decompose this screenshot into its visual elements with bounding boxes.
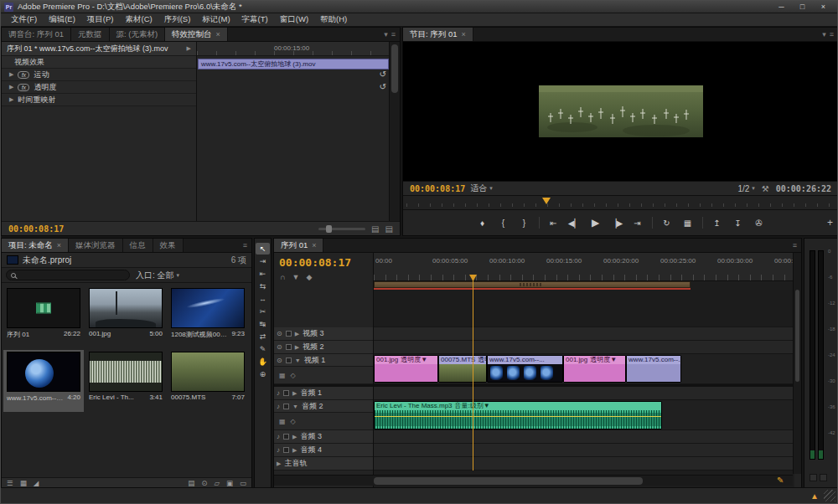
set-display-style-icon[interactable]: ▦ — [279, 372, 286, 379]
film-icon[interactable]: ▤ — [371, 224, 379, 234]
set-marker-icon[interactable]: ◆ — [306, 273, 312, 281]
track-header-audio2[interactable]: ♪ ▼ 音频 2 — [274, 400, 373, 413]
zoom-slider[interactable] — [318, 228, 365, 230]
project-item-sequence[interactable]: 序列 0126:22 — [3, 286, 84, 348]
tool-slide[interactable]: ⇄ — [256, 331, 270, 342]
reset-motion-icon[interactable]: ↺ — [380, 70, 386, 79]
menu-sequence[interactable]: 序列(S) — [158, 14, 197, 25]
speaker-icon[interactable]: ♪ — [277, 389, 280, 397]
maximize-button[interactable]: □ — [792, 2, 813, 13]
collapse-icon[interactable]: ▶ — [295, 331, 299, 337]
panel-menu[interactable]: ≡ — [789, 239, 801, 252]
mark-out-button[interactable]: } — [518, 216, 531, 229]
icon-view-button[interactable]: ▦ — [20, 479, 27, 487]
eye-icon[interactable]: ⊙ — [277, 330, 282, 337]
program-playhead[interactable] — [542, 198, 551, 208]
tab-close-icon[interactable]: × — [312, 241, 316, 249]
mark-in-button[interactable]: { — [497, 216, 510, 229]
automate-to-sequence-button[interactable]: ▤ — [188, 479, 194, 487]
show-keyframes-icon[interactable]: ◇ — [291, 418, 296, 425]
lift-button[interactable]: ↥ — [711, 216, 724, 229]
find-button[interactable]: ⊙ — [201, 479, 207, 487]
reset-opacity-icon[interactable]: ↺ — [380, 83, 386, 91]
settings-wrench-icon[interactable]: ⚒ — [762, 184, 769, 193]
track-header-video1[interactable]: ⊙ ▼ 视频 1 — [274, 354, 373, 367]
tool-hand[interactable]: ✋ — [256, 356, 270, 368]
track-header-master[interactable]: ▶ 主音轨 — [274, 457, 373, 471]
program-scrubber[interactable] — [403, 195, 838, 210]
clip-001jpg-1[interactable]: 001.jpg透明度▼ — [374, 355, 438, 383]
menu-project[interactable]: 项目(P) — [81, 14, 120, 25]
button-editor-plus[interactable]: + — [827, 217, 833, 229]
vscrollbar-thumb[interactable] — [795, 290, 799, 382]
track-audio1[interactable] — [374, 387, 794, 400]
menu-marker[interactable]: 标记(M) — [196, 14, 235, 25]
collapse-icon[interactable]: ▶ — [292, 390, 297, 397]
film-icon[interactable]: ▤ — [385, 224, 393, 234]
speaker-icon[interactable]: ♪ — [277, 446, 280, 454]
effect-time-remap-row[interactable]: ▶ 时间重映射 — [2, 94, 196, 106]
track-header-video3[interactable]: ⊙ ▶ 视频 3 — [274, 327, 373, 341]
scrollbar-thumb[interactable] — [391, 44, 398, 93]
tool-rate-stretch[interactable]: ↔ — [256, 293, 270, 305]
safe-margins-button[interactable]: ▦ — [681, 216, 695, 229]
loop-button[interactable]: ↻ — [660, 216, 674, 229]
step-forward-button[interactable]: ▕▶ — [610, 216, 623, 229]
tool-ripple-edit[interactable]: ⇤ — [256, 268, 270, 280]
tab-program[interactable]: 节目: 序列 01 × — [403, 28, 473, 41]
tool-selection[interactable]: ↖ — [256, 243, 270, 255]
tab-effect-controls[interactable]: 特效控制台 × — [165, 28, 228, 41]
collapse-icon[interactable]: ▶ — [292, 434, 297, 440]
export-frame-button[interactable]: ✇ — [753, 216, 766, 229]
speaker-icon[interactable]: ♪ — [277, 403, 280, 410]
tab-sequence-01[interactable]: 序列 01 × — [274, 239, 323, 252]
list-view-button[interactable]: ☰ — [7, 479, 13, 487]
zoom-ramp-slider[interactable]: ◢ — [34, 479, 39, 487]
project-item-mts[interactable]: 00075.MTS7:07 — [168, 350, 248, 412]
search-box[interactable] — [6, 270, 130, 280]
go-to-in-button[interactable]: ⇤ — [547, 216, 561, 229]
tab-audio-mixer[interactable]: 调音台: 序列 01 — [2, 28, 71, 41]
tool-razor[interactable]: ✂ — [256, 306, 270, 317]
add-marker-button[interactable]: ♦ — [476, 216, 489, 229]
playhead-line[interactable] — [473, 275, 473, 471]
timeline-vscrollbar[interactable] — [793, 253, 801, 474]
timeline-current-timecode[interactable]: 00:00:08:17 — [279, 256, 351, 269]
track-video3[interactable] — [374, 327, 794, 341]
lock-toggle[interactable] — [283, 434, 289, 440]
meter-option-button[interactable] — [810, 474, 817, 481]
menu-title[interactable]: 字幕(T) — [236, 14, 274, 25]
go-to-out-button[interactable]: ⇥ — [631, 216, 644, 229]
tab-metadata[interactable]: 元数据 — [71, 28, 110, 41]
collapse-icon[interactable]: ▶ — [292, 447, 297, 454]
filter-dropdown[interactable]: 入口: 全部 ▾ — [136, 270, 179, 281]
tab-project[interactable]: 项目: 未命名 × — [2, 239, 69, 252]
expand-icon[interactable]: ▶ — [9, 96, 13, 103]
track-header-audio4[interactable]: ♪ ▶ 音频 4 — [274, 444, 373, 457]
resize-grip[interactable] — [824, 490, 835, 501]
tab-source-monitor[interactable]: 源: (无素材) — [110, 28, 166, 41]
tab-media-browser[interactable]: 媒体浏览器 — [69, 239, 123, 252]
project-item-audio[interactable]: Eric Levi - Th...3:41 — [85, 350, 166, 412]
clip-001jpg-2[interactable]: 001.jpg透明度▼ — [563, 355, 626, 383]
set-encore-marker-icon[interactable]: ▼ — [292, 273, 299, 281]
clip-eric-levi-mass-mp3[interactable]: Eric Levi - The Mass.mp3音量:级别▼ — [374, 401, 662, 429]
snap-icon[interactable]: ∩ — [280, 273, 285, 281]
tab-close-icon[interactable]: × — [216, 30, 220, 39]
track-audio4[interactable] — [374, 444, 794, 457]
fit-dropdown[interactable]: 适合 ▾ — [470, 183, 493, 194]
tab-info[interactable]: 信息 — [123, 239, 153, 252]
eye-icon[interactable]: ⊙ — [277, 357, 282, 364]
zoom-slider-thumb[interactable] — [326, 225, 332, 233]
events-alert-icon[interactable]: ▲ — [810, 491, 819, 501]
new-bin-button[interactable]: ▱ — [214, 479, 220, 487]
menu-clip[interactable]: 素材(C) — [119, 14, 158, 25]
panel-menu[interactable]: ▾ ≡ — [818, 28, 838, 41]
tab-close-icon[interactable]: × — [462, 30, 466, 39]
tool-track-select[interactable]: ⇥ — [256, 255, 270, 267]
expand-icon[interactable]: ▶ — [9, 71, 13, 78]
tab-effects[interactable]: 效果 — [153, 239, 184, 252]
playback-resolution-dropdown[interactable]: 1/2 ▾ — [737, 184, 754, 193]
track-video2[interactable] — [374, 341, 794, 354]
mini-timeline-clip[interactable]: www.17v5.com--太空俯拍地球 (3).mov — [198, 59, 389, 69]
